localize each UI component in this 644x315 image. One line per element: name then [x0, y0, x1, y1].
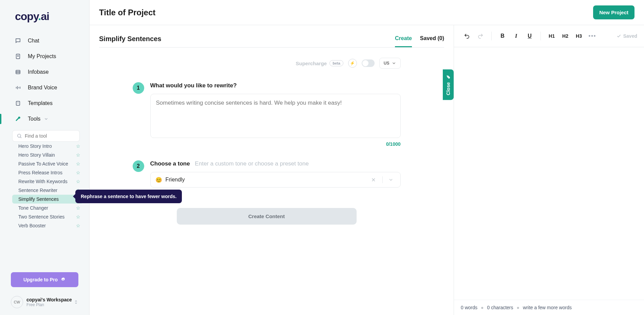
project-title[interactable]: Title of Project — [99, 8, 155, 17]
new-project-button[interactable]: New Project — [593, 5, 634, 19]
star-icon[interactable]: ☆ — [76, 179, 80, 184]
svg-point-12 — [18, 134, 21, 137]
tool-item[interactable]: Two Sentence Stories☆ — [12, 212, 83, 221]
tool-search[interactable] — [12, 130, 80, 142]
tool-list[interactable]: Hero Story Intro☆ Hero Story Villain☆ Pa… — [0, 144, 89, 233]
star-icon[interactable]: ☆ — [76, 161, 80, 167]
h1-button[interactable]: H1 — [546, 30, 558, 42]
step2-label: Choose a tone Enter a custom tone or cho… — [150, 160, 401, 167]
step1-label: What would you like to rewrite? — [150, 82, 401, 89]
h3-button[interactable]: H3 — [573, 30, 585, 42]
step-number: 2 — [133, 160, 144, 172]
upgrade-button[interactable]: Upgrade to Pro — [11, 272, 78, 287]
tool-item-simplify-sentences[interactable]: Simplify Sentences☆ — [12, 195, 83, 204]
tooltip: Rephrase a sentence to have fewer words. — [75, 190, 182, 203]
underline-button[interactable]: U — [524, 30, 536, 42]
svg-line-13 — [20, 137, 21, 138]
svg-rect-3 — [16, 70, 20, 74]
supercharge-toggle[interactable] — [362, 59, 375, 67]
equalizer-icon — [15, 85, 23, 91]
nav: Chat My Projects Infobase Brand Voice T … — [0, 30, 89, 127]
editor-pane: B I U H1 H2 H3 ••• Saved — [454, 25, 644, 315]
main: Title of Project New Project Simplify Se… — [90, 0, 644, 315]
star-icon[interactable]: ☆ — [76, 214, 80, 220]
tool-item[interactable]: Sentence Rewriter☆ — [12, 186, 83, 195]
tool-item[interactable]: Verb Booster☆ — [12, 221, 83, 230]
create-content-button[interactable]: Create Content — [177, 208, 357, 225]
undo-button[interactable] — [461, 30, 473, 42]
workspace-avatar: CW — [11, 296, 23, 308]
word-count: 0 words — [461, 305, 477, 310]
content-pane: Simplify Sentences Create Saved (0) Supe… — [90, 25, 454, 315]
sidebar: copy.ai Chat My Projects Infobase Brand … — [0, 0, 90, 315]
nav-label: Infobase — [28, 69, 49, 75]
chevron-down-icon[interactable] — [386, 177, 396, 182]
star-icon[interactable]: ☆ — [76, 152, 80, 158]
chat-icon — [15, 38, 23, 44]
nav-label: Tools — [28, 116, 40, 122]
rewrite-input[interactable] — [150, 94, 401, 138]
chevron-down-icon — [44, 117, 49, 121]
topbar: Title of Project New Project — [90, 0, 644, 25]
pencil-icon: ✎ — [446, 74, 451, 80]
tone-value: Friendly — [166, 177, 364, 183]
bold-button[interactable]: B — [496, 30, 509, 42]
clear-icon[interactable]: ✕ — [368, 177, 379, 183]
nav-templates[interactable]: T Templates — [0, 95, 89, 111]
editor-body[interactable] — [454, 47, 644, 300]
nav-tools[interactable]: Tools — [0, 111, 89, 127]
logo: copy.ai — [0, 0, 89, 30]
tool-title: Simplify Sentences — [99, 35, 161, 43]
tab-create[interactable]: Create — [395, 31, 412, 47]
star-icon[interactable]: ☆ — [76, 223, 80, 228]
char-count: 0 characters — [487, 305, 513, 310]
tone-select[interactable]: 😊 Friendly ✕ — [150, 172, 401, 188]
document-icon — [15, 53, 23, 59]
emoji-icon: 😊 — [155, 177, 162, 183]
template-icon: T — [15, 100, 23, 106]
tool-item[interactable]: Passive To Active Voice☆ — [12, 159, 83, 168]
tool-item[interactable]: Tone Changer☆ — [12, 204, 83, 212]
editor-toolbar: B I U H1 H2 H3 ••• Saved — [454, 25, 644, 47]
tool-item[interactable]: Press Release Intros☆ — [12, 168, 83, 177]
star-icon[interactable]: ☆ — [76, 170, 80, 175]
database-icon — [15, 69, 23, 75]
tool-search-input[interactable] — [25, 133, 84, 139]
nav-projects[interactable]: My Projects — [0, 49, 89, 64]
nav-infobase[interactable]: Infobase — [0, 64, 89, 80]
tabs: Create Saved (0) — [395, 31, 444, 47]
tab-saved[interactable]: Saved (0) — [420, 31, 444, 47]
workspace-switcher[interactable]: CW copyai's Workspace Free Plan — [0, 292, 89, 315]
search-icon — [17, 133, 22, 139]
nav-label: My Projects — [28, 53, 56, 59]
bolt-icon: ⚡ — [348, 59, 357, 68]
h2-button[interactable]: H2 — [559, 30, 571, 42]
chevron-updown-icon — [74, 299, 78, 305]
more-button[interactable]: ••• — [586, 30, 599, 42]
star-icon[interactable]: ☆ — [76, 205, 80, 211]
tool-item[interactable]: Hero Story Villain☆ — [12, 151, 83, 159]
step-number: 1 — [133, 82, 144, 94]
close-tab[interactable]: Close ✎ — [443, 69, 454, 100]
italic-button[interactable]: I — [510, 30, 522, 42]
editor-footer: 0 words ● 0 characters ● write a few mor… — [454, 300, 644, 315]
star-icon[interactable]: ☆ — [76, 144, 80, 149]
nav-label: Chat — [28, 38, 39, 44]
language-selector[interactable]: US — [379, 58, 401, 69]
nav-chat[interactable]: Chat — [0, 33, 89, 49]
beta-badge: beta — [329, 60, 343, 66]
tool-item[interactable]: Hero Story Intro☆ — [12, 144, 83, 151]
tool-item[interactable]: Rewrite With Keywords☆ — [12, 177, 83, 186]
verified-icon — [60, 277, 66, 282]
svg-text:T: T — [17, 102, 19, 104]
redo-button[interactable] — [474, 30, 487, 42]
footer-hint: write a few more words — [523, 305, 572, 310]
supercharge-label: Supercharge beta — [296, 60, 343, 66]
workspace-plan: Free Plan — [26, 302, 74, 307]
nav-brand-voice[interactable]: Brand Voice — [0, 80, 89, 95]
saved-status: Saved — [617, 33, 637, 39]
char-counter: 0/1000 — [150, 141, 401, 147]
workspace-name: copyai's Workspace — [26, 297, 74, 302]
nav-label: Brand Voice — [28, 85, 57, 91]
nav-label: Templates — [28, 100, 53, 106]
